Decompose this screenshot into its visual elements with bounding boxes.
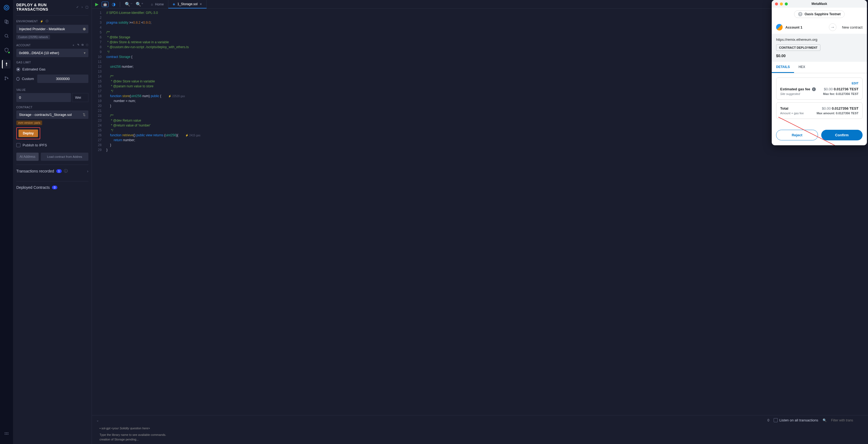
edit-gas-link[interactable]: EDIT xyxy=(780,82,859,85)
transactions-recorded-accordion[interactable]: Transactions recorded 1 ⓘ › xyxy=(16,165,88,177)
copy-icon[interactable]: ⧉ xyxy=(82,43,84,47)
editor-topbar: ▶ 🤖 ◑ │ 🔍⁻ 🔍⁺ ⌂ Home ◈ 1_Storage.sol × xyxy=(92,0,868,9)
svg-point-6 xyxy=(5,79,6,80)
icon-sidebar xyxy=(0,0,13,444)
plug-icon[interactable]: ⚡ xyxy=(40,20,43,23)
svg-point-1 xyxy=(5,6,8,9)
deploy-highlight: Deploy xyxy=(16,127,40,139)
gas-limit-label: GAS LIMIT xyxy=(16,61,88,64)
settings-icon[interactable] xyxy=(2,430,11,439)
zoom-in-icon[interactable]: 🔍⁺ xyxy=(136,2,143,7)
panel-expand-icon[interactable]: ▢ xyxy=(85,5,88,9)
at-address-button[interactable]: At Address xyxy=(16,153,39,161)
estimated-gas-radio[interactable] xyxy=(16,67,20,71)
pending-count: 0 xyxy=(767,418,769,422)
check-icon[interactable]: ✓ xyxy=(76,5,79,9)
terminal-filter-input[interactable] xyxy=(831,418,864,422)
max-fee: 0.0127356 TEST xyxy=(836,92,859,95)
search-terminal-icon[interactable]: 🔍 xyxy=(823,418,827,422)
compiler-icon[interactable] xyxy=(2,46,11,54)
listen-all-label: Listen on all transactions xyxy=(779,418,818,422)
tx-count-badge: 1 xyxy=(56,169,62,173)
terminal-output: • sol-gpt <your Solidity question here> … xyxy=(92,425,868,444)
gas-fiat: $0.00 xyxy=(824,87,833,91)
ai-icon[interactable]: 🤖 xyxy=(102,2,108,7)
publish-ipfs-label: Publish to IPFS xyxy=(23,143,47,147)
publish-ipfs-checkbox[interactable] xyxy=(16,143,21,147)
metamask-title: MetaMask xyxy=(811,2,827,6)
git-icon[interactable] xyxy=(2,74,11,83)
environment-select[interactable]: Injected Provider - MetaMask xyxy=(16,25,88,33)
account-name[interactable]: Account 1 xyxy=(785,25,826,29)
mm-tabs: DETAILS HEX xyxy=(772,62,867,73)
code-body[interactable]: // SPDX-License-Identifier: GPL-3.0pragm… xyxy=(104,9,203,415)
evm-version-badge: evm version: paris xyxy=(16,120,42,125)
load-address-input[interactable]: Load contract from Addres xyxy=(41,153,88,161)
info-icon[interactable]: i xyxy=(812,87,816,91)
edit-icon[interactable]: ✎ xyxy=(77,43,80,47)
close-tab-icon[interactable]: × xyxy=(199,2,202,6)
file-explorer-icon[interactable] xyxy=(2,18,11,26)
terminal-bar: ⌄ 0 Listen on all transactions 🔍 xyxy=(92,415,868,425)
svg-point-8 xyxy=(5,433,5,433)
zoom-out-icon[interactable]: 🔍⁻ xyxy=(125,2,132,7)
custom-gas-radio[interactable] xyxy=(16,77,20,81)
max-amount: 0.0127356 TEST xyxy=(836,112,859,115)
mac-titlebar: MetaMask xyxy=(772,0,867,8)
plus-icon[interactable]: ＋ xyxy=(72,43,75,47)
gas-token: 0.012736 TEST xyxy=(834,87,859,91)
confirm-button[interactable]: Confirm xyxy=(821,130,863,140)
metamask-popup: MetaMask ? Oasis Sapphire Testnet Accoun… xyxy=(772,0,867,145)
gas-fee-card: EDIT Estimated gas fee i $0.00 0.012736 … xyxy=(776,78,863,99)
gas-fee-label: Estimated gas fee xyxy=(780,87,810,91)
run-icon[interactable]: ▶ xyxy=(95,2,98,7)
editor-area: ▶ 🤖 ◑ │ 🔍⁻ 🔍⁺ ⌂ Home ◈ 1_Storage.sol × 1… xyxy=(92,0,868,444)
listen-all-checkbox[interactable] xyxy=(774,418,778,422)
deployed-count-badge: 0 xyxy=(52,185,57,189)
info-icon[interactable]: ⓘ xyxy=(64,169,68,174)
svg-point-13 xyxy=(8,434,8,435)
account-avatar-icon xyxy=(776,24,783,30)
account-select[interactable]: 0x989...D6AE4 (10 ether) ▾ xyxy=(16,49,88,57)
deploy-panel: DEPLOY & RUN TRANSACTIONS ✓ › ▢ ENVIRONM… xyxy=(13,0,92,444)
total-fiat: $0.00 xyxy=(822,107,831,111)
custom-gas-label: Custom xyxy=(22,77,35,81)
network-row: ? Oasis Sapphire Testnet xyxy=(772,8,867,21)
chevron-down-icon: ▾ xyxy=(84,51,86,55)
info-icon[interactable]: ⓘ xyxy=(46,19,49,23)
minimize-window-icon[interactable] xyxy=(780,2,783,5)
code-editor[interactable]: 1234567891011121314151617181920212223242… xyxy=(92,9,868,415)
panel-title: DEPLOY & RUN TRANSACTIONS xyxy=(16,3,76,11)
tab-hex[interactable]: HEX xyxy=(794,62,809,73)
close-window-icon[interactable] xyxy=(775,2,778,5)
toggle-icon[interactable]: ◑ xyxy=(112,2,116,7)
deployed-contracts-accordion[interactable]: Deployed Contracts 0 xyxy=(16,181,88,194)
site-suggested: Site suggested xyxy=(780,92,800,95)
sign-icon[interactable]: ◌ xyxy=(86,43,89,47)
reject-button[interactable]: Reject xyxy=(776,130,818,140)
terminal-toggle-icon[interactable]: ⌄ xyxy=(96,418,99,422)
svg-point-4 xyxy=(5,34,8,37)
origin-section: https://remix.ethereum.org CONTRACT DEPL… xyxy=(772,34,867,62)
remix-logo-icon[interactable] xyxy=(2,3,11,12)
tab-home[interactable]: ⌂ Home xyxy=(147,0,168,8)
custom-gas-input[interactable] xyxy=(37,75,88,83)
contract-select[interactable]: Storage - contracts/1_Storage.sol ⇅ xyxy=(16,111,88,119)
deploy-button[interactable]: Deploy xyxy=(19,129,38,137)
chevron-right-icon[interactable]: › xyxy=(82,5,83,9)
tab-details[interactable]: DETAILS xyxy=(772,62,794,73)
network-pill[interactable]: ? Oasis Sapphire Testnet xyxy=(794,10,845,18)
unknown-network-icon: ? xyxy=(798,12,803,16)
value-unit-select[interactable]: Wei xyxy=(72,93,88,102)
tab-storage[interactable]: ◈ 1_Storage.sol × xyxy=(168,0,207,8)
maximize-window-icon[interactable] xyxy=(785,2,788,5)
deploy-icon[interactable] xyxy=(2,60,10,68)
network-badge: Custom (23295) network xyxy=(16,35,50,39)
estimated-gas-label: Estimated Gas xyxy=(22,67,45,71)
account-label: ACCOUNT ＋ ✎ ⧉ ◌ xyxy=(16,43,88,47)
search-icon[interactable] xyxy=(2,32,11,40)
line-gutter: 1234567891011121314151617181920212223242… xyxy=(92,9,104,415)
svg-point-11 xyxy=(5,434,5,435)
value-input[interactable] xyxy=(16,93,71,102)
svg-point-5 xyxy=(5,77,6,78)
